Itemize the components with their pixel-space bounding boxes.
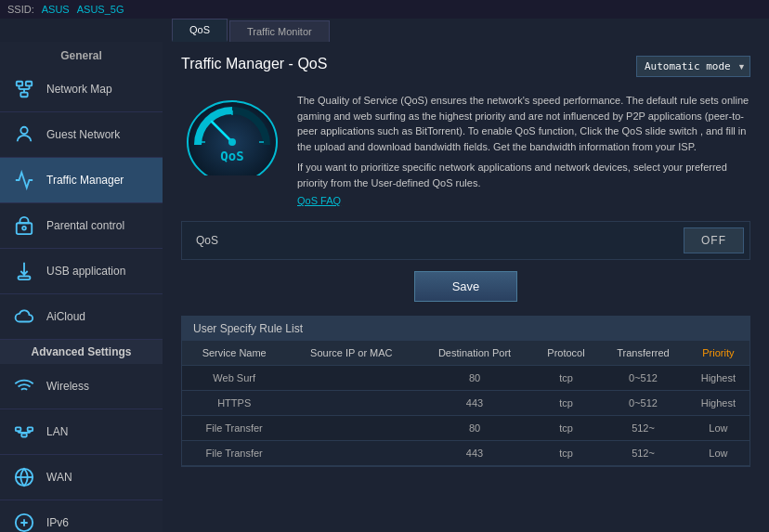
qos-faq-link[interactable]: QoS FAQ [297, 195, 341, 206]
table-row: Web Surf 80 tcp 0~512 Highest [182, 366, 749, 391]
svg-rect-2 [20, 93, 27, 97]
sidebar-item-traffic-manager[interactable]: Traffic Manager [0, 158, 163, 203]
rule-list-header: User Specify Rule List [182, 317, 749, 341]
wan-icon [11, 464, 37, 490]
description-text-area: The Quality of Service (QoS) ensures the… [297, 93, 750, 207]
cell-dest-port: 80 [416, 366, 532, 391]
save-button-row: Save [181, 271, 750, 302]
tab-qos[interactable]: QoS [172, 19, 228, 42]
description-area: QoS The Quality of Service (QoS) ensures… [181, 93, 750, 207]
sidebar: General Network Map [0, 42, 163, 532]
cell-service-name: Web Surf [182, 366, 286, 391]
advanced-settings-header: Advanced Settings [0, 340, 163, 364]
svg-rect-0 [17, 82, 22, 86]
ipv6-icon [11, 510, 37, 532]
description-text2: If you want to prioritize specific netwo… [297, 160, 750, 190]
table-row: HTTPS 443 tcp 0~512 Highest [182, 391, 749, 416]
tabs-bar: QoS Traffic Monitor [0, 19, 769, 42]
cell-source-ip [286, 391, 416, 416]
table-row: File Transfer 443 tcp 512~ Low [182, 441, 749, 466]
sidebar-label-wan: WAN [46, 471, 72, 484]
parental-icon [11, 213, 37, 239]
sidebar-label-parental-control: Parental control [46, 219, 124, 232]
network-icon [11, 76, 37, 102]
svg-text:QoS: QoS [220, 149, 243, 163]
sidebar-label-lan: LAN [46, 425, 68, 438]
cell-source-ip [286, 441, 416, 466]
cell-transferred: 0~512 [599, 366, 686, 391]
svg-point-7 [20, 127, 27, 134]
cell-dest-port: 443 [416, 391, 532, 416]
cell-priority: Highest [687, 366, 749, 391]
qos-row-label: QoS [182, 225, 678, 256]
svg-rect-11 [28, 427, 33, 431]
ssid-label: SSID: [7, 4, 34, 15]
sidebar-item-ipv6[interactable]: IPv6 [0, 500, 163, 532]
sidebar-item-parental-control[interactable]: Parental control [0, 203, 163, 249]
col-source-ip: Source IP or MAC [286, 341, 416, 366]
cell-service-name: HTTPS [182, 391, 286, 416]
content-area: Traffic Manager - QoS Automatic modeManu… [163, 42, 769, 532]
svg-rect-12 [21, 434, 27, 437]
svg-rect-8 [17, 223, 33, 234]
guest-icon [11, 122, 37, 148]
sidebar-item-lan[interactable]: LAN [0, 409, 163, 455]
sidebar-label-guest-network: Guest Network [46, 128, 120, 141]
cell-service-name: File Transfer [182, 416, 286, 441]
sidebar-label-traffic-manager: Traffic Manager [46, 174, 124, 187]
top-bar: SSID: ASUS ASUS_5G [0, 0, 769, 19]
sidebar-label-aicloud: AiCloud [46, 310, 85, 323]
cell-priority: Low [687, 441, 749, 466]
sidebar-item-wan[interactable]: WAN [0, 455, 163, 500]
svg-rect-10 [16, 427, 21, 431]
cell-source-ip [286, 416, 416, 441]
qos-logo: QoS [181, 93, 283, 176]
col-service-name: Service Name [182, 341, 286, 366]
cell-service-name: File Transfer [182, 441, 286, 466]
usb-icon [11, 258, 37, 284]
main-layout: General Network Map [0, 42, 769, 532]
svg-rect-1 [26, 82, 32, 86]
mode-select-wrapper[interactable]: Automatic modeManual mode [636, 56, 750, 77]
page-title: Traffic Manager - QoS [181, 56, 327, 72]
sidebar-label-usb-application: USB application [46, 265, 125, 278]
sidebar-item-wireless[interactable]: Wireless [0, 364, 163, 409]
qos-toggle-button[interactable]: OFF [684, 227, 744, 253]
traffic-icon [11, 167, 37, 193]
col-dest-port: Destination Port [416, 341, 532, 366]
save-button[interactable]: Save [414, 271, 518, 302]
sidebar-label-network-map: Network Map [46, 83, 112, 96]
mode-select[interactable]: Automatic modeManual mode [636, 56, 750, 77]
cell-protocol: tcp [533, 366, 600, 391]
ssid-link1[interactable]: ASUS [42, 4, 70, 15]
rule-list-section: User Specify Rule List Service Name Sour… [181, 316, 750, 467]
col-transferred: Transferred [599, 341, 686, 366]
cell-protocol: tcp [533, 441, 600, 466]
cell-dest-port: 443 [416, 441, 532, 466]
cell-transferred: 512~ [599, 441, 686, 466]
sidebar-item-guest-network[interactable]: Guest Network [0, 112, 163, 158]
general-section-title: General [0, 42, 163, 67]
qos-toggle-row: QoS OFF [181, 221, 750, 260]
cloud-icon [11, 304, 37, 330]
sidebar-item-network-map[interactable]: Network Map [0, 67, 163, 112]
sidebar-item-usb-application[interactable]: USB application [0, 249, 163, 294]
wifi-icon [11, 373, 37, 399]
col-protocol: Protocol [533, 341, 600, 366]
sidebar-item-aicloud[interactable]: AiCloud [0, 294, 163, 340]
cell-protocol: tcp [533, 391, 600, 416]
sidebar-label-wireless: Wireless [46, 380, 89, 393]
cell-transferred: 512~ [599, 416, 686, 441]
description-text: The Quality of Service (QoS) ensures the… [297, 93, 750, 154]
svg-point-23 [228, 138, 236, 146]
cell-protocol: tcp [533, 416, 600, 441]
ssid-link2[interactable]: ASUS_5G [77, 4, 124, 15]
content-header: Traffic Manager - QoS Automatic modeManu… [181, 56, 750, 84]
lan-icon [11, 419, 37, 445]
sidebar-label-ipv6: IPv6 [46, 516, 69, 529]
cell-priority: Low [687, 416, 749, 441]
cell-source-ip [286, 366, 416, 391]
col-priority: Priority [687, 341, 749, 366]
svg-point-9 [22, 227, 26, 230]
tab-traffic-monitor[interactable]: Traffic Monitor [229, 20, 330, 42]
